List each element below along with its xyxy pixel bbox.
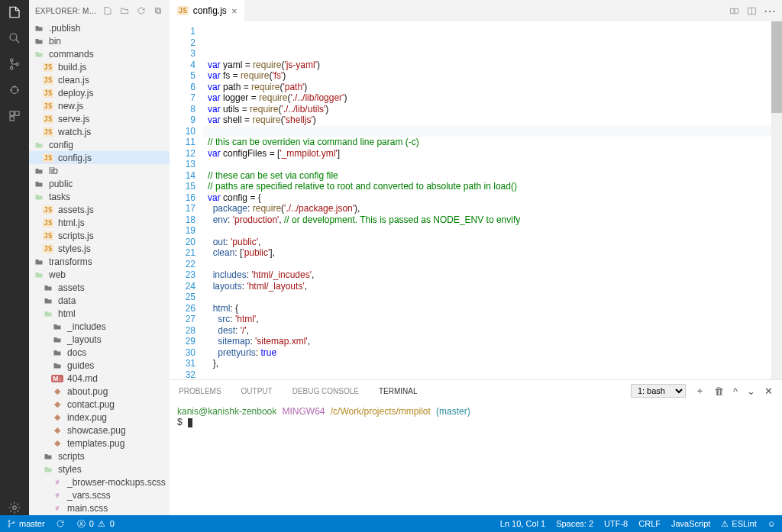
line-number-gutter: 1234567891011121314151617181920212223242… [170,21,203,379]
tree-item-clean-js[interactable]: JSclean.js [29,73,170,86]
svg-rect-16 [735,8,738,14]
tree-item-index-pug[interactable]: ◆index.pug [29,411,170,424]
tree-item-serve-js[interactable]: JSserve.js [29,112,170,125]
tree-item-label: _browser-mockups.scss [67,477,166,488]
folder-icon [43,295,53,306]
svg-point-4 [16,63,18,65]
tree-item-watch-js[interactable]: JSwatch.js [29,125,170,138]
status-sync[interactable] [56,519,66,529]
tree-item-config[interactable]: config [29,138,170,151]
tree-item-bin[interactable]: bin [29,34,170,47]
tree-item-new-js[interactable]: JSnew.js [29,99,170,112]
tree-item-_browser-mockups-scss[interactable]: #_browser-mockups.scss [29,476,170,488]
tree-item-main-scss[interactable]: #main.scss [29,501,170,514]
refresh-icon[interactable] [136,5,147,16]
panel-tab-debug-console[interactable]: DEBUG CONSOLE [292,387,359,395]
new-folder-icon[interactable] [119,5,130,16]
kill-terminal-icon[interactable]: 🗑 [714,385,724,397]
scss-file-icon: # [52,477,63,488]
chevron-down-icon[interactable]: ⌄ [747,385,755,397]
status-indentation[interactable]: Spaces: 2 [556,519,593,528]
tree-item-label: data [58,295,76,306]
panel-actions: 1: bash ＋ 🗑 ^ ⌄ ✕ [631,384,773,398]
tab-config-js[interactable]: JS config.js × [170,0,244,21]
panel-tab-terminal[interactable]: TERMINAL [379,387,418,395]
tree-item-tasks[interactable]: tasks [29,190,170,203]
tree-item-_includes[interactable]: _includes [29,320,170,333]
svg-rect-14 [157,9,161,14]
terminal-selector[interactable]: 1: bash [631,384,686,398]
status-eslint[interactable]: ⚠ ESLint [721,519,756,529]
tree-item-404-md[interactable]: M↓404.md [29,372,170,385]
status-language[interactable]: JavaScript [671,519,710,528]
split-editor-icon[interactable] [747,6,757,16]
sync-icon [56,519,66,529]
collapse-all-icon[interactable] [153,5,163,16]
status-branch[interactable]: master [6,519,45,529]
tree-item-html-js[interactable]: JShtml.js [29,216,170,229]
tree-item-label: styles.js [58,243,91,254]
tree-item-styles-js[interactable]: JSstyles.js [29,242,170,255]
tree-item-deploy-js[interactable]: JSdeploy.js [29,86,170,99]
panel-tab-output[interactable]: OUTPUT [241,387,273,395]
code-editor[interactable]: 1234567891011121314151617181920212223242… [170,21,782,379]
tree-item-showcase-pug[interactable]: ◆showcase.pug [29,424,170,437]
search-icon[interactable] [7,31,22,46]
status-encoding[interactable]: UTF-8 [604,519,628,528]
tree-item-scripts-js[interactable]: JSscripts.js [29,229,170,242]
tree-item-commands[interactable]: commands [29,47,170,60]
folder-open-icon [34,140,44,150]
status-feedback-icon[interactable]: ☺ [767,519,776,528]
tree-item-web[interactable]: web [29,268,170,281]
tree-item-public[interactable]: public [29,177,170,190]
tree-item--publish[interactable]: .publish [29,21,170,34]
new-file-icon[interactable] [102,5,113,16]
tree-item-html[interactable]: html [29,307,170,320]
debug-icon[interactable] [7,82,22,98]
tree-item-styles[interactable]: styles [29,463,170,476]
maximize-panel-icon[interactable]: ^ [733,385,738,397]
svg-point-12 [13,506,17,510]
status-eol[interactable]: CRLF [638,519,661,528]
tree-item-guides[interactable]: guides [29,359,170,372]
tree-item-scripts[interactable]: scripts [29,450,170,463]
terminal-content[interactable]: kanis@kanishk-zenbook MINGW64 /c/Work/pr… [170,401,782,515]
tree-item-assets-js[interactable]: JSassets.js [29,203,170,216]
code-content[interactable]: var yaml = require('js-yaml')var fs = re… [203,21,782,379]
js-file-icon: JS [43,62,53,73]
tree-item-label: assets.js [58,205,94,215]
settings-gear-icon[interactable] [7,500,22,515]
scrollbar-track[interactable] [771,21,782,379]
tree-item-about-pug[interactable]: ◆about.pug [29,385,170,398]
folder-open-icon [43,308,53,319]
explorer-icon[interactable] [7,5,22,20]
status-cursor-position[interactable]: Ln 10, Col 1 [500,519,545,528]
tree-item-build-js[interactable]: JSbuild.js [29,60,170,73]
status-problems[interactable]: ⓧ0 ⚠0 [76,519,115,529]
folder-icon [52,334,63,345]
panel-tab-problems[interactable]: PROBLEMS [179,387,221,395]
tree-item-assets[interactable]: assets [29,281,170,294]
source-control-icon[interactable] [7,56,22,72]
js-file-icon: JS [43,205,53,215]
close-panel-icon[interactable]: ✕ [764,385,773,397]
tree-item-contact-pug[interactable]: ◆contact.pug [29,398,170,411]
tree-item-label: transforms [49,256,92,267]
tree-item-data[interactable]: data [29,294,170,307]
extensions-icon[interactable] [7,108,22,124]
tree-item-label: html [58,308,76,319]
tree-item-_vars-scss[interactable]: #_vars.scss [29,488,170,501]
tree-item-templates-pug[interactable]: ◆templates.pug [29,437,170,450]
new-terminal-icon[interactable]: ＋ [695,384,705,398]
more-actions-icon[interactable]: ⋯ [764,6,774,16]
tree-item-config-js[interactable]: JSconfig.js [29,151,170,164]
compare-changes-icon[interactable] [729,6,739,16]
scrollbar-thumb[interactable] [771,21,782,113]
close-tab-icon[interactable]: × [231,5,238,17]
tree-item-_layouts[interactable]: _layouts [29,333,170,346]
tree-item-docs[interactable]: docs [29,346,170,359]
tree-item-label: guides [67,360,94,371]
file-tree[interactable]: .publishbincommandsJSbuild.jsJSclean.jsJ… [29,21,170,515]
tree-item-transforms[interactable]: transforms [29,255,170,268]
tree-item-lib[interactable]: lib [29,164,170,177]
